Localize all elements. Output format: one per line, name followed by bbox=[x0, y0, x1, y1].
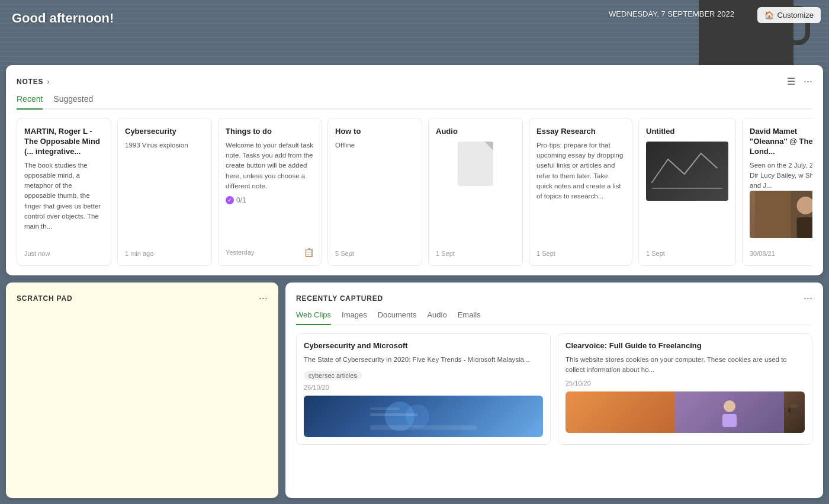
note-card-essay-title: Essay Research bbox=[536, 127, 625, 137]
note-card-things-to-do[interactable]: Things to do Welcome to your default tas… bbox=[218, 118, 322, 266]
person-image bbox=[750, 191, 812, 238]
note-card-cybersecurity[interactable]: Cybersecurity 1993 Virus explosion 1 min… bbox=[117, 118, 212, 266]
rc-card-clear-date: 25/10/20 bbox=[565, 380, 805, 387]
datetime-display: WEDNESDAY, 7 SEPTEMBER 2022 bbox=[609, 9, 734, 18]
notes-actions: ☰ ··· bbox=[785, 75, 812, 88]
note-card-martin-title: MARTIN, Roger L - The Opposable Mind (..… bbox=[24, 127, 104, 157]
recently-captured-title: RECENTLY CAPTURED bbox=[296, 294, 383, 303]
svg-point-5 bbox=[406, 405, 429, 428]
rc-tab-audio[interactable]: Audio bbox=[427, 310, 446, 325]
notes-more-button[interactable]: ··· bbox=[804, 75, 812, 88]
note-card-things-title: Things to do bbox=[226, 127, 314, 137]
note-card-essay[interactable]: Essay Research Pro-tips: prepare for tha… bbox=[529, 118, 632, 266]
customize-button[interactable]: 🏠 Customize bbox=[757, 7, 821, 23]
note-card-audio-image bbox=[436, 142, 515, 186]
tab-recent[interactable]: Recent bbox=[17, 94, 43, 110]
note-card-essay-body: Pro-tips: prepare for that upcoming essa… bbox=[536, 140, 625, 202]
note-card-cybersecurity-title: Cybersecurity bbox=[125, 127, 204, 137]
file-icon bbox=[458, 142, 493, 186]
note-card-david-title: David Mamet "Oleanna" @ Theatre Lond... bbox=[750, 127, 812, 157]
dark-image bbox=[646, 142, 728, 201]
svg-point-9 bbox=[724, 400, 735, 412]
notes-title-row: NOTES › bbox=[17, 78, 49, 86]
task-badge: ✓ 0/1 bbox=[226, 196, 314, 204]
notes-tabs: Recent Suggested bbox=[17, 94, 812, 110]
note-card-howto-title: How to bbox=[335, 127, 415, 137]
note-card-cybersecurity-timestamp: 1 min ago bbox=[125, 250, 153, 257]
notes-section: NOTES › ☰ ··· Recent Suggested MARTIN, R… bbox=[6, 65, 823, 275]
rc-card-cyber-title: Cybersecurity and Microsoft bbox=[304, 341, 543, 351]
recently-captured-section: RECENTLY CAPTURED ··· Web Clips Images D… bbox=[285, 283, 823, 498]
svg-rect-12 bbox=[788, 408, 791, 413]
rc-tab-documents[interactable]: Documents bbox=[378, 310, 417, 325]
note-card-audio-timestamp: 1 Sept bbox=[436, 250, 455, 257]
note-card-untitled[interactable]: Untitled 1 Sept bbox=[638, 118, 736, 266]
note-card-howto-body: Offline bbox=[335, 140, 415, 150]
main-content: NOTES › ☰ ··· Recent Suggested MARTIN, R… bbox=[6, 65, 823, 498]
rc-card-clear-title: Clearvoice: Full Guide to Freelancing bbox=[565, 341, 805, 351]
rc-card-clearvoice[interactable]: Clearvoice: Full Guide to Freelancing Th… bbox=[558, 333, 812, 445]
rc-card-cyber-image bbox=[304, 396, 543, 437]
notes-header: NOTES › ☰ ··· bbox=[17, 75, 812, 88]
greeting-text: Good afternoon! bbox=[12, 11, 114, 26]
rc-card-cyber-body: The State of Cybersecurity in 2020: Five… bbox=[304, 355, 543, 365]
home-icon: 🏠 bbox=[764, 11, 774, 20]
scratch-pad-header: SCRATCH PAD ··· bbox=[17, 292, 268, 304]
notes-cards-container: MARTIN, Roger L - The Opposable Mind (..… bbox=[17, 118, 812, 266]
rc-card-cyber-date: 26/10/20 bbox=[304, 384, 543, 391]
note-card-howto-timestamp: 5 Sept bbox=[335, 250, 354, 257]
note-card-david-body: Seen on the 2 July, 2021. Dir Lucy Baile… bbox=[750, 160, 812, 191]
note-card-david-timestamp: 30/08/21 bbox=[750, 250, 775, 257]
note-card-martin-body: The book studies the opposable mind, a m… bbox=[24, 160, 104, 232]
note-card-martin[interactable]: MARTIN, Roger L - The Opposable Mind (..… bbox=[17, 118, 111, 266]
note-card-audio-title: Audio bbox=[436, 127, 515, 137]
svg-rect-3 bbox=[797, 217, 813, 238]
note-card-how-to[interactable]: How to Offline 5 Sept bbox=[327, 118, 422, 266]
rc-card-clear-image bbox=[565, 391, 805, 433]
rc-tab-images[interactable]: Images bbox=[342, 310, 367, 325]
scratch-pad-more-button[interactable]: ··· bbox=[259, 292, 268, 304]
note-task-icon: 📋 bbox=[304, 248, 314, 257]
note-card-untitled-image bbox=[646, 142, 728, 201]
bottom-row: SCRATCH PAD ··· RECENTLY CAPTURED ··· We… bbox=[6, 283, 823, 498]
rc-card-clear-body: This website stores cookies on your comp… bbox=[565, 355, 805, 375]
svg-point-13 bbox=[789, 405, 799, 408]
recently-captured-cards: Cybersecurity and Microsoft The State of… bbox=[296, 333, 812, 445]
note-card-untitled-timestamp: 1 Sept bbox=[646, 250, 665, 257]
note-card-things-body: Welcome to your default task note. Tasks… bbox=[226, 140, 314, 191]
rc-card-cyber-tag: cybersec articles bbox=[304, 371, 362, 380]
note-card-martin-timestamp: Just now bbox=[24, 250, 50, 257]
customize-label: Customize bbox=[777, 11, 814, 20]
svg-rect-6 bbox=[370, 425, 477, 430]
scratch-pad-section: SCRATCH PAD ··· bbox=[6, 283, 278, 498]
rc-tab-emails[interactable]: Emails bbox=[458, 310, 481, 325]
note-card-audio[interactable]: Audio 1 Sept bbox=[428, 118, 523, 266]
rc-tab-webclips[interactable]: Web Clips bbox=[296, 310, 331, 325]
svg-rect-10 bbox=[722, 414, 737, 427]
svg-rect-8 bbox=[370, 407, 400, 410]
note-card-things-timestamp: Yesterday bbox=[226, 249, 255, 256]
recently-captured-tabs: Web Clips Images Documents Audio Emails bbox=[296, 310, 812, 325]
scratch-pad-title: SCRATCH PAD bbox=[17, 294, 72, 303]
tab-suggested[interactable]: Suggested bbox=[53, 94, 93, 110]
note-card-untitled-title: Untitled bbox=[646, 127, 728, 137]
task-count: 0/1 bbox=[236, 196, 246, 204]
rc-card-cybersecurity[interactable]: Cybersecurity and Microsoft The State of… bbox=[296, 333, 551, 445]
note-card-david[interactable]: David Mamet "Oleanna" @ Theatre Lond... … bbox=[742, 118, 812, 266]
notes-chevron-icon[interactable]: › bbox=[47, 78, 49, 86]
notes-section-title: NOTES bbox=[17, 78, 43, 86]
note-card-cybersecurity-body: 1993 Virus explosion bbox=[125, 140, 204, 150]
notes-list-view-button[interactable]: ☰ bbox=[785, 75, 798, 88]
note-card-essay-timestamp: 1 Sept bbox=[536, 250, 555, 257]
recently-captured-header: RECENTLY CAPTURED ··· bbox=[296, 292, 812, 304]
svg-rect-7 bbox=[370, 413, 417, 416]
recently-captured-more-button[interactable]: ··· bbox=[804, 292, 812, 304]
task-check-icon: ✓ bbox=[226, 196, 234, 204]
